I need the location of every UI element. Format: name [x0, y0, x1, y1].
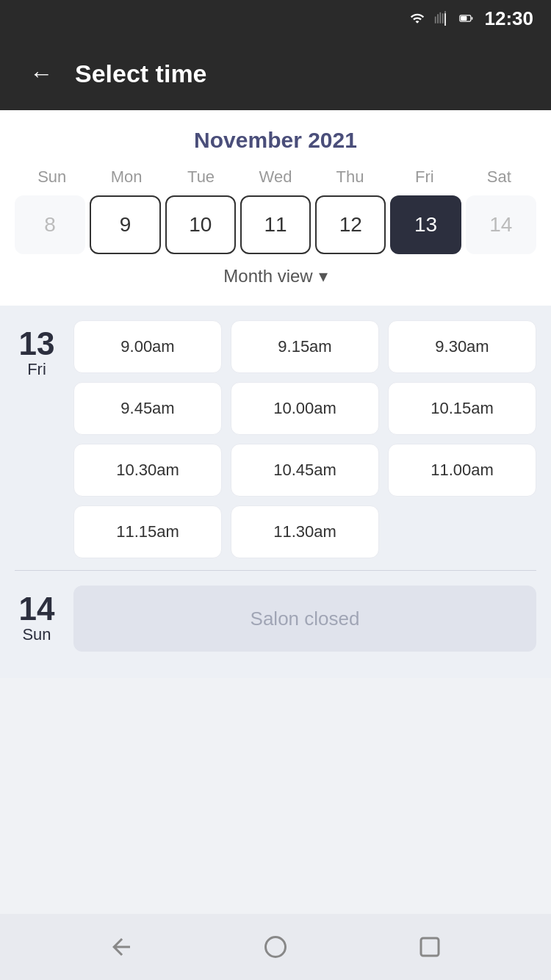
time-slot-1115am[interactable]: 11.15am [73, 505, 222, 558]
signal-icon [433, 11, 450, 26]
day-14-block: 14 Sun Salon closed [15, 586, 536, 652]
month-view-toggle[interactable]: Month view ▾ [15, 254, 536, 294]
date-cell-9[interactable]: 9 [90, 195, 160, 254]
times-section: 13 Fri 9.00am9.15am9.30am9.45am10.00am10… [0, 306, 551, 678]
time-slot-1100am[interactable]: 11.00am [388, 444, 536, 497]
weekday-thu: Thu [313, 167, 387, 187]
recents-nav-button[interactable] [417, 934, 443, 960]
date-cell-11[interactable]: 11 [240, 195, 311, 254]
day-13-slots: 9.00am9.15am9.30am9.45am10.00am10.15am10… [73, 320, 536, 558]
day-13-label: 13 Fri [15, 320, 59, 558]
date-cell-8: 8 [15, 195, 85, 254]
weekday-wed: Wed [238, 167, 312, 187]
weekday-row: Sun Mon Tue Wed Thu Fri Sat [15, 167, 536, 187]
date-cell-14: 14 [466, 195, 536, 254]
time-slot-915am[interactable]: 9.15am [231, 320, 379, 373]
svg-point-2 [266, 937, 286, 957]
bottom-nav [0, 914, 551, 980]
wifi-icon [407, 11, 428, 26]
weekday-sat: Sat [462, 167, 536, 187]
time-slot-1045am[interactable]: 10.45am [231, 444, 379, 497]
svg-rect-1 [461, 16, 467, 21]
date-cell-10[interactable]: 10 [165, 195, 236, 254]
status-time: 12:30 [485, 7, 534, 30]
page-title: Select time [75, 60, 207, 88]
day-13-number: 13 [19, 328, 55, 360]
status-icons [407, 11, 478, 26]
home-nav-icon [262, 934, 289, 960]
day-14-number: 14 [19, 593, 55, 625]
time-slot-1030am[interactable]: 10.30am [73, 444, 222, 497]
back-button[interactable]: ← [22, 53, 60, 95]
day-14-name: Sun [22, 625, 51, 644]
day-14-label: 14 Sun [15, 586, 59, 652]
app-header: ← Select time [0, 37, 551, 110]
month-view-label: Month view [223, 266, 312, 287]
day-divider [15, 570, 536, 571]
time-slot-1015am[interactable]: 10.15am [388, 382, 536, 435]
dates-row: 891011121314 [15, 195, 536, 254]
battery-icon [455, 11, 478, 26]
weekday-mon: Mon [89, 167, 163, 187]
day-13-block: 13 Fri 9.00am9.15am9.30am9.45am10.00am10… [15, 320, 536, 558]
salon-closed-label: Salon closed [251, 608, 360, 630]
date-cell-12[interactable]: 12 [315, 195, 386, 254]
time-slot-1130am[interactable]: 11.30am [231, 505, 379, 558]
weekday-sun: Sun [15, 167, 89, 187]
time-slot-930am[interactable]: 9.30am [388, 320, 536, 373]
chevron-down-icon: ▾ [319, 266, 328, 287]
date-cell-13[interactable]: 13 [390, 195, 461, 254]
weekday-fri: Fri [387, 167, 461, 187]
svg-rect-3 [421, 938, 439, 956]
day-13-name: Fri [27, 360, 46, 379]
recents-nav-icon [417, 934, 443, 960]
weekday-tue: Tue [164, 167, 238, 187]
back-nav-icon [108, 934, 134, 960]
month-label: November 2021 [15, 128, 536, 153]
back-nav-button[interactable] [108, 934, 134, 960]
time-slot-900am[interactable]: 9.00am [73, 320, 222, 373]
salon-closed-box: Salon closed [73, 586, 536, 652]
time-slot-945am[interactable]: 9.45am [73, 382, 222, 435]
time-slot-1000am[interactable]: 10.00am [231, 382, 379, 435]
calendar-section: November 2021 Sun Mon Tue Wed Thu Fri Sa… [0, 110, 551, 306]
status-bar: 12:30 [0, 0, 551, 37]
home-nav-button[interactable] [262, 934, 289, 960]
